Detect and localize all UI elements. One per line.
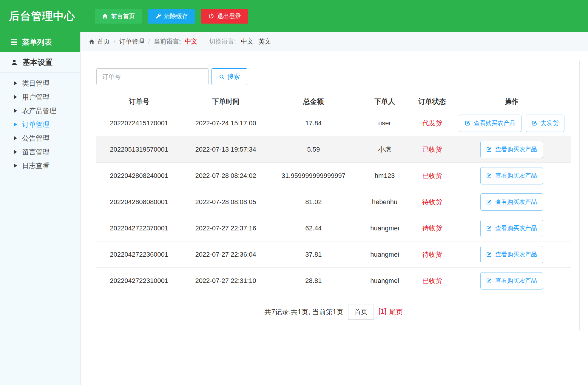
column-header-total-amount: 总金额 (270, 97, 357, 106)
buyer-cell: hm123 (357, 172, 412, 180)
sidebar-item-order-management[interactable]: 订单管理 (0, 118, 80, 131)
breadcrumb: 首页 / 订单管理 / 当前语言: 中文 切换语言: 中文 英文 (81, 32, 588, 51)
column-header-order-time: 下单时间 (182, 97, 269, 106)
breadcrumb-current[interactable]: 订单管理 (119, 37, 144, 46)
current-language-value: 中文 (185, 37, 197, 46)
order-number-cell: 2022072415170001 (96, 119, 182, 127)
buyer-cell: 小虎 (357, 145, 412, 154)
sidebar-item-produce-management[interactable]: 农产品管理 (0, 104, 80, 118)
sidebar-item-label: 公告管理 (22, 134, 50, 143)
row-actions: 查看购买农产品 (452, 220, 571, 237)
action-button-label: 去发货 (541, 119, 558, 127)
order-status-badge: 已收货 (412, 145, 452, 154)
action-button-label: 查看购买农产品 (495, 198, 537, 206)
view-purchased-products-button[interactable]: 查看购买农产品 (480, 246, 543, 263)
order-status-badge: 已收货 (412, 276, 452, 285)
action-button-label: 查看购买农产品 (495, 250, 537, 258)
order-number-cell: 2022042722370001 (96, 224, 182, 232)
sidebar-item-message-management[interactable]: 留言管理 (0, 145, 80, 159)
order-time-cell: 2022-07-28 08:24:02 (182, 172, 269, 180)
table-row: 2022051319570001 2022-07-13 19:57:34 5.5… (96, 136, 571, 163)
view-purchased-products-button[interactable]: 查看购买农产品 (480, 193, 543, 211)
edit-icon (465, 120, 470, 126)
order-number-cell: 2022042808080001 (96, 198, 182, 206)
view-purchased-products-button[interactable]: 查看购买农产品 (480, 272, 543, 289)
switch-language-en-link[interactable]: 英文 (259, 37, 271, 46)
view-purchased-products-button[interactable]: 查看购买农产品 (459, 115, 521, 132)
edit-icon (486, 225, 492, 231)
row-actions: 查看购买农产品 (452, 246, 571, 263)
caret-right-icon (14, 123, 17, 126)
action-button-label: 查看购买农产品 (495, 224, 537, 232)
order-number-cell: 2022042808240001 (96, 172, 182, 180)
clear-cache-button[interactable]: 清除缓存 (148, 9, 195, 24)
caret-right-icon (14, 150, 17, 154)
front-home-button[interactable]: 前台首页 (95, 9, 142, 24)
action-button-label: 查看购买农产品 (495, 277, 537, 285)
switch-language-zh-link[interactable]: 中文 (241, 37, 254, 46)
row-actions: 查看购买农产品 (452, 167, 571, 184)
table-header-row: 订单号 下单时间 总金额 下单人 订单状态 操作 (96, 93, 571, 110)
order-number-cell: 2022042722360001 (96, 251, 182, 258)
sidebar-section-basic-settings[interactable]: 基本设置 (0, 52, 80, 73)
edit-icon (532, 120, 537, 126)
sidebar-item-announcement-management[interactable]: 公告管理 (0, 131, 80, 145)
column-header-actions: 操作 (452, 97, 571, 106)
column-header-buyer: 下单人 (357, 97, 412, 106)
caret-right-icon (14, 95, 17, 99)
logout-button[interactable]: 退出登录 (201, 9, 248, 24)
view-purchased-products-button[interactable]: 查看购买农产品 (480, 141, 543, 158)
logout-label: 退出登录 (217, 12, 241, 20)
buyer-cell: user (357, 119, 412, 127)
table-row: 2022072415170001 2022-07-24 15:17:00 17.… (96, 110, 571, 136)
total-amount-cell: 28.81 (270, 277, 357, 285)
front-home-label: 前台首页 (111, 12, 135, 20)
home-icon (102, 13, 108, 19)
view-purchased-products-button[interactable]: 查看购买农产品 (480, 167, 543, 184)
current-page-link[interactable]: [1] (379, 307, 386, 317)
total-amount-cell: 17.84 (270, 119, 357, 127)
buyer-cell: hebenhu (357, 198, 412, 206)
wrench-icon (155, 13, 161, 19)
search-button-label: 搜索 (227, 73, 240, 81)
order-time-cell: 2022-07-27 22:31:10 (182, 277, 269, 285)
column-header-order-status: 订单状态 (412, 97, 452, 106)
order-number-input[interactable] (96, 68, 209, 85)
sidebar-item-category-management[interactable]: 类目管理 (0, 76, 80, 90)
order-status-badge: 待收货 (412, 250, 452, 259)
breadcrumb-home-link[interactable]: 首页 (89, 37, 110, 46)
search-button[interactable]: 搜索 (212, 68, 247, 85)
caret-right-icon (14, 136, 17, 140)
menu-list-icon (11, 39, 17, 45)
breadcrumb-separator: / (148, 38, 150, 45)
sidebar-item-user-management[interactable]: 用户管理 (0, 90, 80, 104)
sidebar-item-log-view[interactable]: 日志查看 (0, 159, 80, 173)
power-icon (208, 13, 214, 19)
switch-language-label: 切换语言: (209, 37, 236, 46)
table-row: 2022042722310001 2022-07-27 22:31:10 28.… (96, 268, 571, 294)
pagination-summary: 共7记录,共1页, 当前第1页 (264, 307, 343, 317)
breadcrumb-home-label: 首页 (97, 37, 110, 46)
sidebar-item-label: 农产品管理 (22, 106, 56, 115)
table-row: 2022042808080001 2022-07-28 08:08:05 81.… (96, 189, 571, 215)
user-icon (11, 59, 18, 66)
go-ship-button[interactable]: 去发货 (526, 115, 564, 132)
first-page-button[interactable]: 首页 (348, 304, 374, 320)
search-row: 搜索 (96, 68, 571, 85)
sidebar-item-label: 类目管理 (22, 79, 50, 88)
order-time-cell: 2022-07-28 08:08:05 (182, 198, 269, 206)
total-amount-cell: 37.81 (270, 251, 357, 258)
view-purchased-products-button[interactable]: 查看购买农产品 (480, 220, 543, 237)
order-time-cell: 2022-07-27 22:36:04 (182, 251, 269, 258)
caret-right-icon (14, 81, 17, 85)
clear-cache-label: 清除缓存 (164, 12, 188, 20)
last-page-link[interactable]: 尾页 (389, 307, 403, 317)
order-status-badge: 待收货 (412, 224, 452, 233)
order-status-badge: 代发货 (412, 119, 452, 128)
table-body: 2022072415170001 2022-07-24 15:17:00 17.… (96, 110, 571, 294)
order-time-cell: 2022-07-13 19:57:34 (182, 146, 269, 153)
pagination: 共7记录,共1页, 当前第1页 首页 [1] 尾页 (96, 294, 571, 331)
row-actions: 查看购买农产品 (452, 193, 571, 211)
sidebar: 菜单列表 基本设置 类目管理 用户管理 农产品管理 (0, 32, 81, 385)
edit-icon (486, 278, 492, 284)
